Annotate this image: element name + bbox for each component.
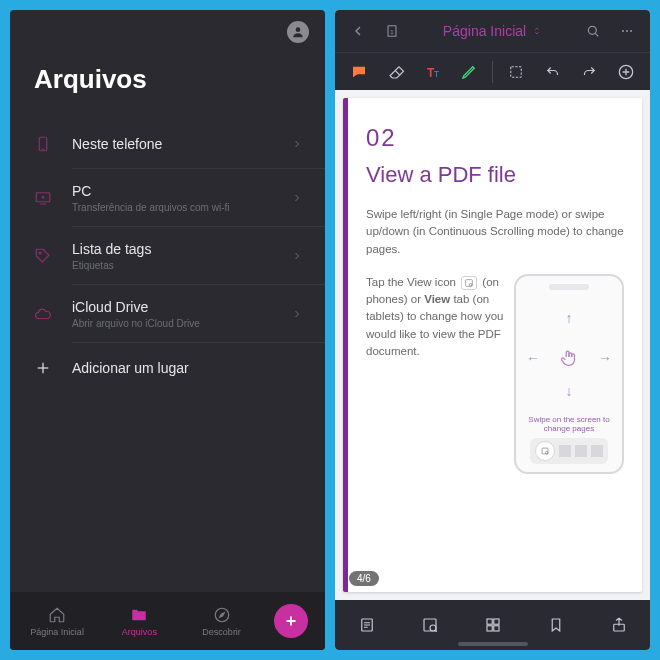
svg-point-27 [470, 283, 473, 286]
tool-select[interactable] [502, 58, 530, 86]
menu-label: Lista de tags [72, 241, 273, 257]
nav-label: Arquivos [122, 627, 157, 637]
svg-point-0 [296, 27, 301, 32]
home-icon [47, 605, 67, 625]
pdf-page: 02 View a PDF file Swipe left/right (in … [343, 98, 642, 592]
tool-text[interactable]: TT [419, 58, 447, 86]
svg-rect-40 [493, 626, 498, 631]
svg-text:T: T [433, 68, 439, 78]
menu-item-this-phone[interactable]: Neste telefone [10, 119, 325, 169]
svg-marker-10 [219, 613, 224, 618]
arrow-up-icon: ↑ [566, 310, 573, 326]
svg-rect-38 [493, 619, 498, 624]
pc-icon [32, 187, 54, 209]
svg-point-17 [622, 30, 624, 32]
paragraph-1: Swipe left/right (in Single Page mode) o… [366, 206, 624, 258]
chevron-right-icon [291, 138, 303, 150]
home-indicator [458, 642, 528, 646]
search-button[interactable] [580, 18, 606, 44]
left-topbar [10, 10, 325, 54]
cloud-icon [32, 303, 54, 325]
menu-label: iCloud Drive [72, 299, 273, 315]
tool-redo[interactable] [575, 58, 603, 86]
svg-point-6 [39, 252, 41, 254]
page-counter: 4/6 [349, 571, 379, 586]
menu-item-add-location[interactable]: Adicionar um lugar [10, 343, 325, 393]
tool-add[interactable] [612, 58, 640, 86]
chevron-updown-icon [532, 26, 542, 36]
back-button[interactable] [345, 18, 371, 44]
nav-discover[interactable]: Descobrir [192, 605, 252, 637]
svg-point-18 [626, 30, 628, 32]
tool-undo[interactable] [539, 58, 567, 86]
svg-rect-28 [542, 448, 548, 454]
compass-icon [212, 605, 232, 625]
paragraph-2: Tap the View icon (on phones) or View ta… [366, 274, 504, 360]
hand-swipe-icon [558, 347, 580, 369]
menu-item-tags[interactable]: Lista de tags Etiquetas [10, 227, 325, 285]
account-icon[interactable] [287, 21, 309, 43]
view-mode-icon [535, 441, 555, 461]
menu-label: PC [72, 183, 273, 199]
section-heading: View a PDF file [366, 162, 624, 188]
arrow-down-icon: ↓ [566, 383, 573, 399]
tab-share[interactable] [604, 610, 634, 640]
menu-sublabel: Abrir arquivo no iCloud Drive [72, 318, 273, 329]
section-number: 02 [366, 124, 624, 152]
viewer-titlebar: 1 Página Inicial [335, 10, 650, 52]
title-text: Página Inicial [443, 23, 526, 39]
menu-item-pc[interactable]: PC Transferência de arquivos com wi-fi [10, 169, 325, 227]
menu-label: Neste telefone [72, 136, 273, 152]
tab-thumbnails[interactable] [478, 610, 508, 640]
tool-eraser[interactable] [382, 58, 410, 86]
view-icon [461, 276, 477, 290]
menu-label: Adicionar um lugar [72, 360, 303, 376]
more-button[interactable] [614, 18, 640, 44]
svg-point-15 [588, 26, 596, 34]
nav-label: Página Inicial [30, 627, 84, 637]
files-screen: Arquivos Neste telefone PC Transferência… [10, 10, 325, 650]
phone-icon [32, 133, 54, 155]
chevron-right-icon [291, 192, 303, 204]
tool-note[interactable] [345, 58, 373, 86]
thumbnail-bar [530, 438, 608, 464]
svg-point-35 [430, 625, 436, 631]
menu-sublabel: Etiquetas [72, 260, 273, 271]
annotation-toolbar: TT [335, 52, 650, 90]
tool-pencil[interactable] [455, 58, 483, 86]
tag-icon [32, 245, 54, 267]
svg-rect-22 [511, 66, 522, 77]
viewer-bottom-bar [335, 600, 650, 650]
tab-outline[interactable] [352, 610, 382, 640]
svg-text:1: 1 [390, 29, 394, 35]
pdf-viewer-screen: 1 Página Inicial TT [335, 10, 650, 650]
svg-line-16 [595, 33, 598, 36]
phone-illustration: ↑ ↓ ← → Swipe on the screen to change pa… [514, 274, 624, 474]
left-bottom-nav: Página Inicial Arquivos Descobrir [10, 592, 325, 650]
arrow-right-icon: → [598, 350, 612, 366]
tab-bookmark[interactable] [541, 610, 571, 640]
tab-view[interactable] [415, 610, 445, 640]
page-title: Arquivos [10, 54, 325, 119]
add-button[interactable] [274, 604, 308, 638]
svg-rect-39 [487, 626, 492, 631]
arrow-left-icon: ← [526, 350, 540, 366]
svg-point-29 [545, 451, 548, 454]
folder-icon [129, 605, 149, 625]
menu-item-icloud[interactable]: iCloud Drive Abrir arquivo no iCloud Dri… [10, 285, 325, 343]
svg-rect-37 [487, 619, 492, 624]
plus-icon [32, 357, 54, 379]
svg-point-19 [630, 30, 632, 32]
nav-home[interactable]: Página Inicial [27, 605, 87, 637]
separator [492, 61, 493, 83]
document-title[interactable]: Página Inicial [413, 23, 572, 39]
svg-point-5 [42, 197, 44, 199]
nav-label: Descobrir [202, 627, 241, 637]
nav-files[interactable]: Arquivos [109, 605, 169, 637]
storage-menu: Neste telefone PC Transferência de arqui… [10, 119, 325, 393]
page-indicator-icon[interactable]: 1 [379, 18, 405, 44]
illustration-caption: Swipe on the screen to change pages [522, 415, 616, 434]
document-area[interactable]: 02 View a PDF file Swipe left/right (in … [335, 90, 650, 600]
chevron-right-icon [291, 250, 303, 262]
chevron-right-icon [291, 308, 303, 320]
